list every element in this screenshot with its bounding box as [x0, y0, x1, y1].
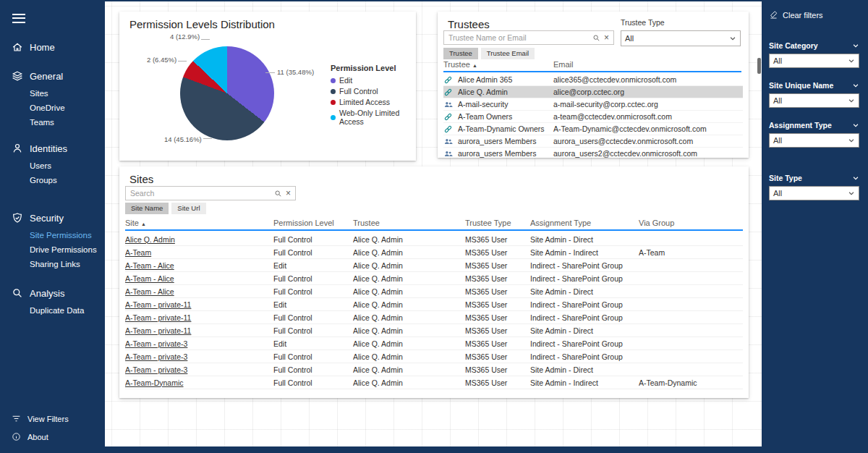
nav-subitem-groups[interactable]: Groups [1, 173, 105, 187]
site-link[interactable]: A-Team - private-11 [125, 313, 273, 322]
site-cell: Alice Q. Admin [353, 365, 465, 374]
legend-item-full-control[interactable]: Full Control [331, 87, 416, 96]
trustee-email: a-mail-security@corp.cctec.org [553, 100, 743, 109]
trustees-table: Alice Admin 365alice365@cctecdev.onmicro… [443, 74, 743, 158]
site-link[interactable]: A-Team [125, 248, 273, 257]
column-permission-level[interactable]: Permission Level [273, 219, 353, 227]
search-icon[interactable] [592, 34, 600, 42]
nav-footer-about[interactable]: About [1, 428, 105, 446]
site-link[interactable]: A-Team - private-11 [125, 300, 273, 309]
chevron-down-icon[interactable] [852, 122, 859, 129]
search-icon[interactable] [274, 190, 282, 198]
nav-subitem-teams[interactable]: Teams [1, 115, 105, 130]
site-row[interactable]: A-Team - private-3EditAlice Q. AdminMS36… [125, 337, 743, 350]
tab-site-name[interactable]: Site Name [125, 203, 169, 214]
sites-search-input[interactable] [130, 189, 271, 198]
nav-item-home[interactable]: Home [1, 37, 105, 57]
column-email[interactable]: Email [553, 60, 741, 69]
tab-site-url[interactable]: Site Url [171, 203, 205, 214]
column-trustee[interactable]: Trustee [353, 219, 465, 227]
trustees-header: Trustee▲ Email [443, 58, 741, 72]
column-assignment-type[interactable]: Assignment Type [530, 219, 639, 227]
site-cell: Alice Q. Admin [353, 261, 465, 270]
chevron-down-icon [729, 35, 736, 42]
site-cell: Site Admin - Indirect [530, 248, 639, 257]
trustee-row[interactable]: A-Team Ownersa-team@cctecdev.onmicrosoft… [443, 111, 743, 123]
trustees-searchbox[interactable]: × [443, 30, 614, 45]
info-icon [12, 432, 21, 441]
nav-subitem-site-permissions[interactable]: Site Permissions [1, 228, 105, 242]
pie-chart[interactable] [180, 46, 274, 140]
site-row[interactable]: A-Team - private-11Full ControlAlice Q. … [125, 324, 743, 337]
nav-subitem-sites[interactable]: Sites [1, 86, 105, 101]
site-row[interactable]: A-Team - AliceFull ControlAlice Q. Admin… [125, 272, 743, 285]
site-link[interactable]: A-Team - Alice [125, 287, 273, 296]
site-row[interactable]: A-Team - private-11Full ControlAlice Q. … [125, 311, 743, 324]
permission-levels-card: Permission Levels Distribution 11 (35.48… [119, 12, 416, 161]
nav-item-security[interactable]: Security [1, 208, 105, 228]
site-row[interactable]: A-Team - private-3Full ControlAlice Q. A… [125, 363, 743, 376]
site-link[interactable]: A-Team - private-3 [125, 339, 273, 348]
filter-dropdown-assignment-type[interactable]: All [769, 133, 859, 148]
site-link[interactable]: A-Team - Alice [125, 261, 273, 270]
filter-site-unique-name: Site Unique NameAll [769, 81, 859, 108]
site-link[interactable]: A-Team - private-3 [125, 352, 273, 361]
site-row[interactable]: A-Team - private-11EditAlice Q. AdminMS3… [125, 298, 743, 311]
legend-item-edit[interactable]: Edit [331, 76, 416, 85]
menu-icon[interactable] [1, 1, 105, 28]
nav-subitem-drive-permissions[interactable]: Drive Permissions [1, 242, 105, 257]
nav-item-analysis[interactable]: Analysis [1, 283, 105, 303]
site-row[interactable]: A-TeamFull ControlAlice Q. AdminMS365 Us… [125, 246, 743, 259]
site-cell: Alice Q. Admin [353, 378, 465, 387]
clear-search-icon[interactable]: × [604, 33, 609, 42]
site-link[interactable]: A-Team - private-3 [125, 365, 273, 374]
site-link[interactable]: A-Team - Alice [125, 274, 273, 283]
site-link[interactable]: Alice Q. Admin [125, 235, 273, 244]
trustee-row[interactable]: aurora_users Membersaurora_users@cctecde… [443, 135, 743, 148]
filter-dropdown-site-category[interactable]: All [769, 54, 859, 68]
clear-filters-button[interactable]: Clear filters [769, 10, 859, 20]
chevron-down-icon [848, 97, 855, 104]
site-row[interactable]: A-Team - AliceEditAlice Q. AdminMS365 Us… [125, 259, 743, 272]
trustee-row[interactable]: A-Team-Dynamic OwnersA-Team-Dynamic@ccte… [443, 123, 743, 135]
site-row[interactable]: A-Team - private-3Full ControlAlice Q. A… [125, 350, 743, 363]
nav-subitem-sharing-links[interactable]: Sharing Links [1, 257, 105, 271]
chevron-down-icon[interactable] [852, 82, 859, 89]
site-row[interactable]: A-Team-DynamicFull ControlAlice Q. Admin… [125, 376, 743, 389]
column-trustee[interactable]: Trustee▲ [443, 60, 553, 69]
site-link[interactable]: A-Team - private-11 [125, 326, 273, 335]
site-cell: MS365 User [465, 261, 530, 270]
column-trustee-type[interactable]: Trustee Type [465, 219, 530, 227]
site-cell: Full Control [273, 274, 353, 283]
column-via-group[interactable]: Via Group [639, 219, 743, 227]
nav-subitem-onedrive[interactable]: OneDrive [1, 101, 105, 115]
nav-item-general[interactable]: General [1, 66, 105, 86]
trustee-type-dropdown[interactable]: All [621, 30, 741, 46]
sites-searchbox[interactable]: × [125, 186, 296, 200]
canvas-scrollbar-thumb[interactable] [757, 58, 761, 74]
trustee-row[interactable]: Alice Q. Adminalice@corp.cctec.org [443, 86, 743, 98]
site-cell: Site Admin - Direct [530, 326, 639, 335]
site-cell: MS365 User [465, 365, 530, 374]
clear-search-icon[interactable]: × [286, 189, 291, 198]
chevron-down-icon[interactable] [852, 174, 859, 182]
trustee-row[interactable]: A-mail-securitya-mail-security@corp.ccte… [443, 98, 743, 111]
trustee-row[interactable]: Alice Admin 365alice365@cctecdev.onmicro… [443, 74, 743, 86]
nav-footer-view-filters[interactable]: View Filters [1, 410, 105, 428]
site-cell: Indirect - SharePoint Group [530, 352, 639, 361]
site-row[interactable]: Alice Q. AdminFull ControlAlice Q. Admin… [125, 233, 743, 246]
column-site[interactable]: Site▲ [125, 219, 273, 227]
site-link[interactable]: A-Team-Dynamic [125, 378, 273, 387]
nav-subitem-users[interactable]: Users [1, 158, 105, 173]
site-row[interactable]: A-Team - AliceFull ControlAlice Q. Admin… [125, 285, 743, 298]
legend-item-web-only-limited-access[interactable]: Web-Only Limited Access [331, 109, 416, 126]
filter-dropdown-site-unique-name[interactable]: All [769, 93, 859, 108]
legend-item-limited-access[interactable]: Limited Access [331, 98, 416, 106]
nav-subitem-duplicate-data[interactable]: Duplicate Data [1, 303, 105, 318]
nav-item-identities[interactable]: Identities [1, 138, 105, 158]
filter-dropdown-site-type[interactable]: All [769, 186, 859, 200]
trustee-row[interactable]: aurora_users Membersaurora_users2@cctecd… [443, 148, 743, 158]
trustees-search-input[interactable] [448, 33, 589, 42]
chevron-down-icon[interactable] [852, 42, 859, 49]
left-sidebar: HomeGeneralSitesOneDriveTeamsIdentitiesU… [1, 1, 105, 452]
